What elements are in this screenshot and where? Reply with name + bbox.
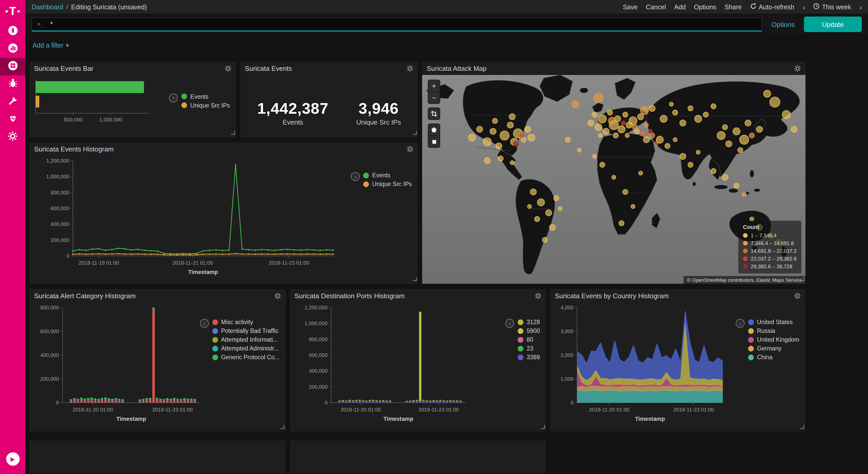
attack-bubble[interactable] (600, 162, 605, 167)
attack-bubble[interactable] (644, 123, 648, 127)
attack-bubble[interactable] (598, 134, 602, 138)
attack-bubble[interactable] (558, 207, 562, 211)
attack-bubble[interactable] (665, 143, 670, 149)
panel-gear-icon[interactable] (407, 65, 413, 71)
attack-bubble[interactable] (550, 224, 556, 231)
sidebar-item-siem[interactable] (0, 76, 25, 93)
play-button[interactable]: ▶ (6, 452, 20, 466)
attack-bubble[interactable] (528, 134, 535, 141)
attack-bubble[interactable] (528, 204, 532, 209)
attack-bubble[interactable] (649, 133, 655, 138)
legend-collapse-icon[interactable]: › (736, 319, 745, 328)
panel-resize-handle[interactable] (230, 128, 235, 137)
attack-bubble[interactable] (722, 125, 727, 130)
legend-item[interactable]: Events (364, 172, 412, 178)
attack-bubble[interactable] (648, 129, 652, 134)
panel-resize-handle[interactable] (280, 422, 285, 431)
legend-item[interactable]: Misc activity (212, 319, 280, 325)
attack-bubble[interactable] (649, 105, 655, 111)
alert-category-chart[interactable]: 0200,000400,000600,000800,0002018-11-20 … (33, 302, 200, 426)
attack-bubble[interactable] (483, 138, 491, 146)
attack-bubble[interactable] (770, 97, 780, 107)
crop-tool-button[interactable] (428, 108, 440, 119)
attack-bubble[interactable] (476, 126, 483, 132)
attack-bubble[interactable] (740, 135, 749, 145)
attack-bubble[interactable] (742, 192, 746, 196)
attack-bubble[interactable] (592, 112, 597, 117)
attack-bubble[interactable] (572, 100, 579, 108)
attack-bubble[interactable] (660, 115, 667, 122)
attack-bubble[interactable] (695, 115, 702, 122)
events-bar-chart[interactable]: 500,0001,000,000 (33, 75, 157, 127)
attack-bubble[interactable] (632, 125, 638, 130)
legend-item[interactable]: Generic Protocol Co... (212, 354, 280, 360)
attack-bubble[interactable] (764, 90, 771, 97)
sidebar-item-discover[interactable] (0, 23, 25, 40)
panel-resize-handle[interactable] (800, 422, 804, 431)
attack-bubble[interactable] (468, 134, 475, 141)
sidebar-item-devtools[interactable] (0, 93, 25, 111)
attack-bubble[interactable] (738, 148, 743, 153)
sidebar-item-management[interactable] (0, 128, 25, 146)
attack-bubble[interactable] (749, 133, 754, 138)
telekom-logo[interactable]: T (0, 0, 25, 23)
attack-bubble[interactable] (680, 153, 686, 159)
attack-bubble[interactable] (669, 102, 674, 106)
panel-resize-handle[interactable] (540, 422, 545, 431)
attack-bubble[interactable] (791, 126, 797, 132)
legend-item[interactable]: United States (748, 319, 799, 325)
attack-bubble[interactable] (524, 126, 531, 132)
attack-bubble[interactable] (638, 114, 644, 120)
events-histogram-chart[interactable]: 0200,000400,000600,000800,0001,000,0001,… (33, 156, 343, 279)
legend-collapse-icon[interactable]: › (351, 172, 360, 181)
attack-bubble[interactable] (631, 204, 635, 209)
legend-item[interactable]: Unique Src IPs (182, 102, 230, 108)
attack-bubble[interactable] (594, 93, 603, 102)
attack-bubble[interactable] (530, 189, 536, 195)
legend-collapse-icon[interactable]: › (200, 319, 209, 328)
legend-item[interactable]: Germany (748, 345, 799, 352)
attack-bubble[interactable] (623, 112, 628, 117)
sidebar-item-visualize[interactable] (0, 40, 25, 58)
legend-collapse-icon[interactable]: › (169, 93, 178, 102)
legend-item[interactable]: 3128 (518, 319, 540, 325)
panel-resize-handle[interactable] (800, 274, 804, 283)
legend-item[interactable]: China (748, 354, 799, 360)
attack-bubble[interactable] (726, 141, 732, 147)
attack-bubble[interactable] (756, 126, 763, 132)
attack-bubble[interactable] (711, 103, 716, 109)
legend-item[interactable]: 5900 (518, 328, 540, 334)
attack-bubble[interactable] (639, 171, 643, 175)
attack-bubble[interactable] (492, 118, 498, 123)
legend-item[interactable]: 23 (518, 345, 540, 352)
attack-bubble[interactable] (490, 128, 496, 135)
legend-item[interactable]: Potentially Bad Traffic (212, 328, 280, 334)
attack-bubble[interactable] (595, 123, 602, 131)
attack-bubble[interactable] (542, 237, 548, 242)
attack-bubble[interactable] (734, 183, 739, 188)
attack-bubble[interactable] (688, 106, 693, 111)
attack-bubble[interactable] (520, 134, 524, 138)
attack-bubble[interactable] (745, 120, 751, 126)
attack-bubble[interactable] (640, 131, 645, 136)
attack-bubble[interactable] (484, 157, 490, 164)
attack-bubble[interactable] (498, 156, 503, 161)
legend-item[interactable]: Attempted Administr... (212, 345, 280, 352)
attack-bubble[interactable] (621, 121, 625, 125)
attack-bubble[interactable] (565, 137, 570, 142)
panel-gear-icon[interactable] (794, 65, 801, 71)
polygon-tool-button[interactable] (428, 124, 440, 136)
attack-bubble[interactable] (609, 117, 616, 125)
attack-bubble[interactable] (500, 131, 509, 140)
attack-bubble[interactable] (680, 120, 686, 126)
panel-gear-icon[interactable] (274, 292, 281, 299)
legend-item[interactable]: Attempted Informati... (212, 336, 280, 343)
attack-bubble[interactable] (593, 154, 597, 158)
rectangle-tool-button[interactable] (428, 136, 440, 147)
attack-bubble[interactable] (618, 126, 625, 133)
attack-bubble[interactable] (521, 137, 526, 142)
attack-bubble[interactable] (612, 175, 616, 179)
attack-bubble[interactable] (673, 138, 677, 142)
attack-bubble[interactable] (696, 150, 700, 154)
panel-resize-handle[interactable] (412, 128, 417, 137)
